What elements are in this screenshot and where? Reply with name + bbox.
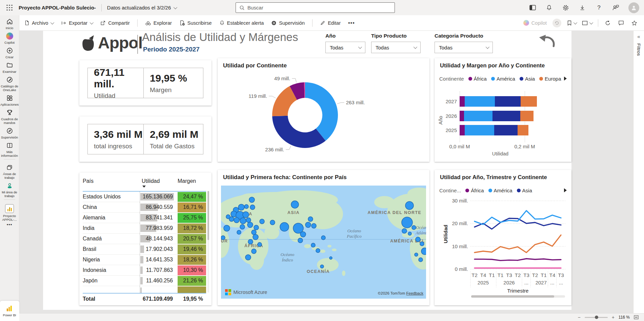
menu-item-establecer-alerta[interactable]: Establecer alerta <box>219 20 264 26</box>
stacked-bar-2026[interactable] <box>460 111 534 121</box>
map-bubble[interactable] <box>402 229 407 233</box>
map-bubble[interactable] <box>221 236 225 240</box>
map-bubble[interactable] <box>280 222 289 231</box>
stacked-bar-2027[interactable] <box>460 96 537 107</box>
bar-segment-Asia[interactable] <box>494 125 518 135</box>
bar-segment-Asia[interactable] <box>492 111 520 121</box>
map-bubble[interactable] <box>238 204 244 210</box>
table-visual-pais[interactable]: País Utilidad Margen Estados Unidos165.1… <box>79 173 212 305</box>
bar-segment-África[interactable] <box>460 111 464 121</box>
map-bubble[interactable] <box>253 234 258 240</box>
map-bubble[interactable] <box>420 242 424 246</box>
search-input[interactable] <box>247 5 391 10</box>
table-row[interactable]: China86.940.55916,71 % <box>83 202 206 213</box>
map-bubble[interactable] <box>237 230 241 234</box>
bar-segment-Europa[interactable] <box>518 125 528 135</box>
map-bubble[interactable] <box>419 258 423 262</box>
map-bubble[interactable] <box>316 249 320 253</box>
waffle-menu-icon[interactable] <box>5 3 14 12</box>
bookmark-button[interactable] <box>567 20 576 26</box>
table-row[interactable]: Japón11.460.25621,26 % <box>83 276 206 286</box>
favorite-star-icon[interactable] <box>630 19 638 27</box>
menu-item-archivo[interactable]: Archivo <box>24 20 53 26</box>
slicer-ano-dropdown[interactable]: Todas <box>325 42 365 53</box>
map-bubble[interactable] <box>321 236 325 240</box>
menu-item-explorar[interactable]: Explorar <box>145 20 172 26</box>
history-icon[interactable] <box>552 19 561 27</box>
zoom-slider-thumb[interactable] <box>595 316 598 319</box>
map-bubble[interactable] <box>244 205 248 209</box>
expand-pane-icon[interactable]: « <box>637 34 640 39</box>
refresh-icon[interactable] <box>604 19 611 27</box>
menu-item-exportar[interactable]: Exportar <box>61 20 93 26</box>
sidebar-item-mi-area-de-trabajo[interactable]: Mi área de trabajo <box>0 179 19 198</box>
table-row[interactable]: Canadá48.144.94320,57 % <box>83 234 206 244</box>
sidebar-item-aplicaciones[interactable]: Aplicaciones <box>0 92 19 106</box>
sidebar-item-crear[interactable]: Crear <box>0 44 19 59</box>
map-bubble[interactable] <box>298 238 303 243</box>
legend-scroll-right-icon[interactable] <box>564 77 567 81</box>
map-bubble[interactable] <box>234 217 239 223</box>
user-avatar[interactable] <box>628 2 639 13</box>
dataset-updated-menu[interactable]: Datos actualizados el 3/2/26 <box>107 5 176 10</box>
table-row[interactable]: India77.983.95918,72 % <box>83 223 206 234</box>
table-row[interactable] <box>83 286 206 293</box>
map-bubble[interactable] <box>246 218 251 222</box>
table-scrollbar[interactable] <box>207 191 209 293</box>
sidebar-overflow[interactable]: ••• <box>0 221 19 232</box>
bar-visual-utilidad-margen-ano[interactable]: Utilidad y Margen por Año y Continente C… <box>435 58 571 162</box>
table-row[interactable]: Alemania83.741.34125,75 % <box>83 213 206 223</box>
download-icon[interactable] <box>579 4 586 12</box>
table-row[interactable]: Nigeria14.641.35318,26 % <box>83 255 206 265</box>
sidebar-item-mas-informacion[interactable]: Más información <box>0 139 19 157</box>
copilot-button[interactable]: Copilot <box>523 20 547 26</box>
notifications-bell-icon[interactable] <box>545 4 553 12</box>
kpi-card-ingresos-gastos[interactable]: 3,36 mil M total ingresos 2,69 mil M Tot… <box>79 116 212 162</box>
sidebar-item-examinar[interactable]: Examinar <box>0 59 19 73</box>
zoom-out-button[interactable]: − <box>578 315 580 320</box>
view-button[interactable] <box>582 21 592 25</box>
map-bubble[interactable] <box>311 223 316 228</box>
comments-icon[interactable] <box>617 19 625 27</box>
map-bubble[interactable] <box>405 201 414 210</box>
map-bubble[interactable] <box>308 217 313 221</box>
map-bubble[interactable] <box>329 257 332 259</box>
bar-segment-Europa[interactable] <box>520 111 534 121</box>
sidebar-item-supervision[interactable]: Supervisión <box>0 125 19 139</box>
map-bubble[interactable] <box>415 253 418 256</box>
map-bubble[interactable] <box>224 225 230 231</box>
menu-item-suscribirse[interactable]: Suscribirse <box>179 20 212 26</box>
filters-pane-collapsed[interactable]: « Filtros <box>633 31 644 313</box>
settings-gear-icon[interactable] <box>562 4 569 12</box>
bar-segment-América[interactable] <box>465 125 494 135</box>
donut-slice-Asia[interactable] <box>272 116 326 148</box>
sidebar-item-areas-de-trabajo[interactable]: Áreas de trabajo <box>0 161 19 179</box>
map-bubble[interactable] <box>258 242 262 247</box>
table-row[interactable]: Brasil17.902.04319,46 % <box>83 244 206 255</box>
map-bubble[interactable] <box>248 239 253 244</box>
bar-segment-Asia[interactable] <box>495 96 521 107</box>
map-bubble[interactable] <box>247 222 253 228</box>
map-bubble[interactable] <box>421 248 426 255</box>
map-bubble[interactable] <box>240 218 246 224</box>
slicer-categoria-producto-dropdown[interactable]: Todas <box>435 42 493 53</box>
column-header-utilidad[interactable]: Utilidad <box>140 178 175 191</box>
legend-item-África[interactable]: África <box>465 188 484 193</box>
map-bubble[interactable] <box>416 237 420 242</box>
column-header-margen[interactable]: Margen <box>178 178 206 191</box>
map-bubble[interactable] <box>226 215 230 219</box>
sidebar-item-copilot[interactable]: Copilot <box>0 30 19 44</box>
map-bubble[interactable] <box>408 232 411 235</box>
map-bubble[interactable] <box>243 212 249 218</box>
donut-visual-utilidad-continente[interactable]: 263 mill.236 mill.119 mill.49 mill. Util… <box>218 58 429 162</box>
bar-segment-África[interactable] <box>460 96 465 107</box>
map-bubble[interactable] <box>291 201 299 208</box>
legend-item-África[interactable]: África <box>468 76 487 82</box>
legend-item-América[interactable]: América <box>491 76 515 82</box>
menu-overflow-button[interactable]: ••• <box>348 20 355 26</box>
map-bubble[interactable] <box>254 225 259 230</box>
menu-item-editar[interactable]: Editar <box>320 20 341 26</box>
map-bubble[interactable] <box>311 243 315 247</box>
legend-item-Europa[interactable]: Europa <box>539 76 561 82</box>
map-bubble[interactable] <box>320 265 324 268</box>
